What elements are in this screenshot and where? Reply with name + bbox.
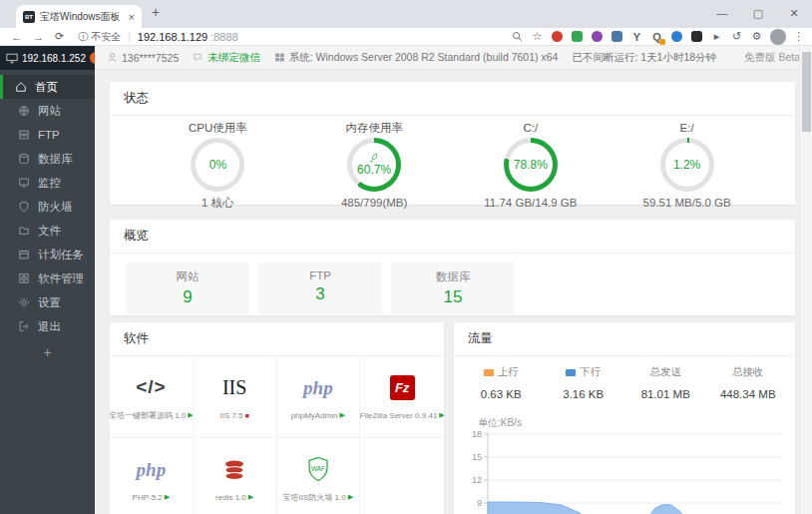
- window-maximize-icon[interactable]: ▢: [740, 0, 776, 28]
- filter-extension-icon[interactable]: Y: [630, 30, 643, 43]
- sidebar-add-button[interactable]: +: [0, 344, 95, 360]
- browser-tabstrip: BT 宝塔Windows面板 × + — ▢ ✕: [0, 0, 812, 28]
- software-redis[interactable]: redis 1.0▶: [194, 438, 277, 514]
- traffic-card: 流量 上行 0.63 KB 下行 3.16 KB 总发送 81.01 MB 总接…: [454, 322, 795, 514]
- sidebar-item-cron[interactable]: 计划任务: [0, 243, 95, 266]
- home-icon: [15, 81, 27, 93]
- account-number: 136****7525: [122, 52, 179, 64]
- uptime: 已不间断运行: 1天1小时18分钟: [572, 51, 716, 65]
- overview-card: 概览 网站 9 FTP 3 数据库 15: [110, 220, 795, 315]
- software-phpmyadmin[interactable]: php phpMyAdmin▶: [277, 356, 361, 438]
- window-close-icon[interactable]: ✕: [776, 0, 812, 28]
- window-minimize-icon[interactable]: —: [704, 0, 740, 28]
- disk-c-gauge-ring: 78.8%: [504, 138, 558, 192]
- ytick-9: 9: [477, 498, 482, 508]
- new-tab-button[interactable]: +: [152, 4, 160, 20]
- dark-extension-icon[interactable]: [690, 30, 703, 43]
- cpu-gauge-ring: 0%: [191, 138, 244, 192]
- running-icon[interactable]: ▶: [248, 493, 253, 501]
- share-extension-icon[interactable]: ▸: [710, 30, 723, 43]
- status-card: 状态 CPU使用率 0% 1 核心 内存使用率 60.7% 485/799(MB…: [110, 82, 795, 205]
- gear-icon: [18, 296, 30, 308]
- software-empty-cell: [360, 438, 444, 514]
- shield-icon: [18, 201, 30, 213]
- sidebar-item-home[interactable]: 首页: [0, 75, 95, 99]
- browser-menu-icon[interactable]: ⋮: [793, 30, 804, 43]
- profile-avatar[interactable]: [770, 29, 786, 45]
- reload-icon[interactable]: ⟳: [55, 30, 64, 43]
- sidebar-item-files[interactable]: 文件: [0, 219, 95, 243]
- sidebar-item-ftp[interactable]: FTP: [0, 123, 95, 147]
- status-title: 状态: [110, 82, 795, 116]
- history-extension-icon[interactable]: ↺: [730, 30, 743, 43]
- software-filezilla[interactable]: Fz FileZilla Server 0.9.41▶: [360, 356, 444, 438]
- page-scrollbar[interactable]: [799, 46, 812, 514]
- php-logo: php: [137, 456, 167, 484]
- system-icon: [274, 52, 285, 63]
- overview-row: 网站 9 FTP 3 数据库 15: [110, 254, 795, 323]
- ytick-18: 18: [472, 430, 482, 439]
- blue-extension-icon[interactable]: [610, 30, 623, 43]
- gauge-cpu: CPU使用率 0% 1 核心: [143, 121, 292, 210]
- main-content: 状态 CPU使用率 0% 1 核心 内存使用率 60.7% 485/799(MB…: [95, 70, 799, 514]
- software-iis[interactable]: IIS IIS 7.5■: [194, 356, 277, 438]
- redis-logo: [222, 456, 246, 484]
- user-icon: [107, 52, 118, 63]
- server-switcher[interactable]: 192.168.1.252 0: [0, 46, 95, 70]
- info-icon: ⓘ: [78, 30, 88, 44]
- sidebar-item-firewall[interactable]: 防火墙: [0, 195, 95, 219]
- overview-websites[interactable]: 网站 9: [126, 262, 249, 314]
- wechat-status: 未绑定微信: [207, 51, 260, 65]
- bookmark-star-icon[interactable]: ☆: [531, 30, 544, 43]
- running-icon[interactable]: ▶: [439, 411, 444, 419]
- php-logo: php: [303, 374, 333, 402]
- forward-icon[interactable]: →: [33, 31, 44, 43]
- waf-shield-icon: WAF: [306, 455, 330, 483]
- url-port: :8888: [210, 31, 238, 43]
- wechat-bind-item[interactable]: 未绑定微信: [193, 51, 260, 65]
- sidebar-item-monitor[interactable]: 监控: [0, 171, 95, 195]
- sidebar-item-logout[interactable]: 退出: [0, 314, 95, 338]
- settings-extension-icon[interactable]: ⚙: [750, 30, 763, 43]
- software-card: 软件 </> 宝塔一键部署源码 1.0▶ IIS IIS 7.5■ php ph…: [110, 322, 444, 514]
- q-extension-icon[interactable]: Q: [650, 30, 663, 43]
- url-separator: |: [128, 31, 131, 42]
- account-item[interactable]: 136****7525: [107, 52, 179, 64]
- blue-circle-extension-icon[interactable]: [670, 30, 683, 43]
- back-icon[interactable]: ←: [11, 31, 22, 43]
- tab-close-icon[interactable]: ×: [129, 11, 135, 23]
- software-deploy[interactable]: </> 宝塔一键部署源码 1.0▶: [110, 356, 194, 438]
- gauge-disk-c: C:/ 78.8% 11.74 GB/14.9 GB: [456, 121, 606, 210]
- running-icon[interactable]: ▶: [348, 493, 353, 501]
- folder-icon: [18, 225, 30, 237]
- overview-databases[interactable]: 数据库 15: [391, 262, 515, 314]
- software-grid: </> 宝塔一键部署源码 1.0▶ IIS IIS 7.5■ php phpMy…: [110, 356, 444, 514]
- traffic-legend: 上行 0.63 KB 下行 3.16 KB 总发送 81.01 MB 总接收 4…: [454, 356, 795, 400]
- overview-title: 概览: [110, 220, 795, 254]
- server-ip: 192.168.1.252: [22, 53, 86, 64]
- url-security-area[interactable]: ⓘ 不安全 | 192.168.1.129:8888: [78, 30, 238, 44]
- sidebar-item-website[interactable]: 网站: [0, 99, 95, 123]
- browser-tab[interactable]: BT 宝塔Windows面板 ×: [16, 5, 142, 28]
- url-text[interactable]: 192.168.1.129: [138, 31, 207, 43]
- system-info-item: 系统: Windows Server 2008 R2 Standard (bui…: [274, 51, 559, 65]
- sidebar-item-settings[interactable]: 设置: [0, 290, 95, 314]
- overview-ftp[interactable]: FTP 3: [258, 262, 382, 314]
- running-icon[interactable]: ▶: [340, 411, 345, 419]
- purple-extension-icon[interactable]: [591, 30, 604, 43]
- green-extension-icon[interactable]: [571, 30, 584, 43]
- calendar-icon: [18, 249, 30, 260]
- software-php52[interactable]: php PHP-5.2▶: [110, 438, 194, 514]
- adblock-extension-icon[interactable]: [551, 30, 564, 43]
- upstream-swatch-icon: [484, 369, 494, 376]
- gauges-row: CPU使用率 0% 1 核心 内存使用率 60.7% 485/799(MB) C…: [110, 116, 795, 210]
- running-icon[interactable]: ▶: [165, 493, 170, 501]
- ftp-server-icon: [18, 129, 30, 141]
- sidebar-item-software[interactable]: 软件管理: [0, 266, 95, 290]
- scrollbar-thumb[interactable]: [802, 52, 811, 132]
- sidebar-item-database[interactable]: 数据库: [0, 147, 95, 171]
- window-controls: — ▢ ✕: [704, 0, 812, 28]
- stopped-icon[interactable]: ■: [245, 412, 249, 419]
- software-waf[interactable]: WAF 宝塔IIS防火墙 1.0▶: [277, 438, 361, 514]
- zoom-icon[interactable]: [511, 30, 524, 43]
